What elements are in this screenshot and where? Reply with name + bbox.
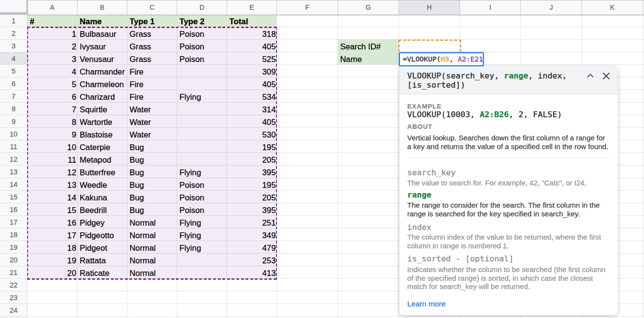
cell-g3-label[interactable]: Search ID# [340,40,399,53]
cell-c4[interactable]: Grass [130,52,177,66]
cell-e21[interactable]: 413 [227,266,276,280]
cell-d18[interactable]: Flying [180,228,227,242]
cell-c19[interactable]: Normal [130,241,177,255]
cell-a21[interactable]: 20 [28,266,77,280]
row-header-23[interactable]: 23 [0,291,28,304]
row-header-13[interactable]: 13 [0,166,28,178]
row-header-2[interactable]: 2 [0,27,28,40]
column-header-b[interactable]: B [77,0,127,15]
column-header-g[interactable]: G [338,0,399,15]
row-header-7[interactable]: 7 [0,90,28,103]
cell-a10[interactable]: 9 [28,128,77,141]
column-header-k[interactable]: K [582,0,643,15]
cell-b21[interactable]: Raticate [80,266,127,280]
cell-b2[interactable]: Bulbasaur [80,27,127,41]
column-header-f[interactable]: F [277,0,338,15]
cell-c15[interactable]: Bug [130,191,177,204]
cell-b10[interactable]: Blastoise [80,128,127,141]
row-header-6[interactable]: 6 [0,77,28,90]
cell-c2[interactable]: Grass [130,27,177,41]
cell-d7[interactable]: Flying [180,90,227,104]
column-header-c[interactable]: C [127,0,177,15]
collapse-popup-button[interactable] [585,71,596,81]
cell-e10[interactable]: 530 [227,128,276,141]
cell-b20[interactable]: Rattata [80,254,127,267]
cell-e3[interactable]: 405 [227,40,276,53]
cell-e11[interactable]: 195 [227,140,276,154]
cell-b11[interactable]: Caterpie [80,140,127,154]
row-header-16[interactable]: 16 [0,203,28,216]
row-header-9[interactable]: 9 [0,115,28,128]
cell-b17[interactable]: Pidgey [80,216,127,229]
column-header-i[interactable]: I [460,0,521,15]
cell-e5[interactable]: 309 [227,65,276,78]
cell-a1[interactable]: # [30,15,77,28]
row-header-17[interactable]: 17 [0,216,28,228]
cell-e15[interactable]: 205 [227,191,276,204]
cell-d13[interactable]: Flying [180,166,227,179]
cell-b4[interactable]: Venusaur [80,52,127,66]
cell-b12[interactable]: Metapod [80,153,127,167]
row-header-11[interactable]: 11 [0,140,28,153]
column-header-d[interactable]: D [177,0,227,15]
cell-c20[interactable]: Normal [130,254,177,267]
cell-a19[interactable]: 18 [28,241,77,255]
cell-e7[interactable]: 534 [227,90,276,104]
cell-d16[interactable]: Poison [180,203,227,217]
close-popup-button[interactable] [600,70,612,82]
row-header-22[interactable]: 22 [0,279,28,291]
cell-e20[interactable]: 253 [227,254,276,267]
cell-e4[interactable]: 525 [227,52,276,66]
cell-c1[interactable]: Type 1 [130,15,177,28]
cell-c8[interactable]: Water [130,103,177,116]
row-header-8[interactable]: 8 [0,103,28,115]
cell-e2[interactable]: 318 [227,27,276,41]
row-header-10[interactable]: 10 [0,128,28,140]
cell-c9[interactable]: Water [130,115,177,129]
cell-g4-label[interactable]: Name [340,52,399,66]
cell-a15[interactable]: 14 [28,191,77,204]
row-header-1[interactable]: 1 [0,15,28,27]
cell-d4[interactable]: Poison [180,52,227,66]
cell-e14[interactable]: 195 [227,178,276,192]
cell-b13[interactable]: Butterfree [80,166,127,179]
cell-a6[interactable]: 5 [28,77,77,91]
cell-e19[interactable]: 479 [227,241,276,255]
cell-a13[interactable]: 12 [28,166,77,179]
row-header-12[interactable]: 12 [0,153,28,166]
cell-e8[interactable]: 314 [227,103,276,116]
row-header-21[interactable]: 21 [0,266,28,279]
cell-d3[interactable]: Poison [180,40,227,53]
cell-c14[interactable]: Bug [130,178,177,192]
cell-e12[interactable]: 205 [227,153,276,167]
cell-a17[interactable]: 16 [28,216,77,229]
cell-b9[interactable]: Wartortle [80,115,127,129]
cell-a20[interactable]: 19 [28,254,77,267]
cell-c7[interactable]: Fire [130,90,177,104]
learn-more-link[interactable]: Learn more [407,299,445,308]
cell-b15[interactable]: Kakuna [80,191,127,204]
cell-e9[interactable]: 405 [227,115,276,129]
cell-a16[interactable]: 15 [28,203,77,217]
cell-b18[interactable]: Pidgeotto [80,228,127,242]
formula-cell-editor[interactable]: =VLOOKUP(H3, A2:E21 [399,52,484,66]
row-header-14[interactable]: 14 [0,178,28,191]
cell-e13[interactable]: 395 [227,166,276,179]
row-header-15[interactable]: 15 [0,191,28,203]
cell-b1[interactable]: Name [80,15,127,28]
column-header-j[interactable]: J [521,0,582,15]
cell-b16[interactable]: Beedrill [80,203,127,217]
cell-d19[interactable]: Flying [180,241,227,255]
cell-c17[interactable]: Normal [130,216,177,229]
row-header-18[interactable]: 18 [0,228,28,241]
cell-a3[interactable]: 2 [28,40,77,53]
row-header-4[interactable]: 4 [0,52,28,65]
cell-b8[interactable]: Squirtle [80,103,127,116]
row-header-3[interactable]: 3 [0,40,28,52]
cell-a11[interactable]: 10 [28,140,77,154]
row-header-24[interactable]: 24 [0,304,28,317]
cell-a7[interactable]: 6 [28,90,77,104]
cell-a9[interactable]: 8 [28,115,77,129]
cell-b7[interactable]: Charizard [80,90,127,104]
cell-c6[interactable]: Fire [130,77,177,91]
